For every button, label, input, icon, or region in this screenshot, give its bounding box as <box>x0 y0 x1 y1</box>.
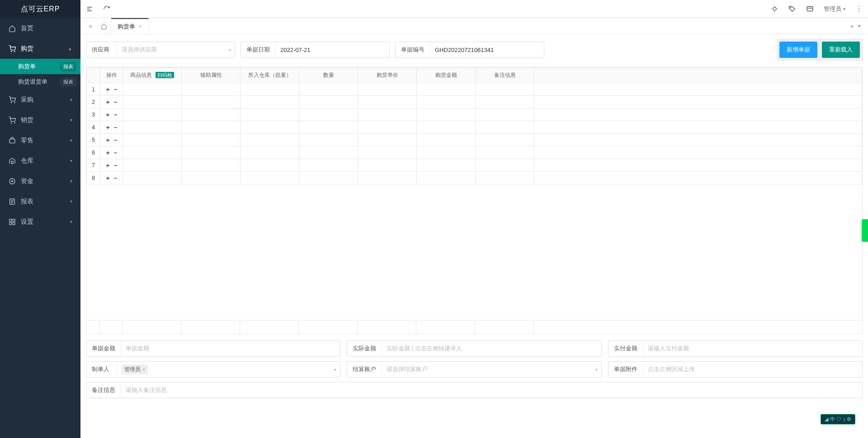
row-operate[interactable]: ＋－ <box>100 96 123 108</box>
remark-field[interactable]: 备注信息 请输入备注信息 <box>86 382 863 398</box>
cell-warehouse[interactable] <box>241 108 299 121</box>
sidebar-item-home[interactable]: 首页 <box>0 18 80 38</box>
sidebar-item-warehouse[interactable]: 仓库 ▾ <box>0 151 80 171</box>
remove-row-icon[interactable]: － <box>113 174 118 182</box>
maker-select[interactable]: 管理员 × <box>117 362 334 377</box>
cell-attr[interactable] <box>182 83 241 96</box>
remark-input[interactable]: 请输入备注信息 <box>121 382 862 398</box>
table-row[interactable]: 7＋－ <box>87 159 862 172</box>
tab-scroll-right[interactable]: » <box>850 23 854 29</box>
actual-amount-input[interactable]: 实际金额 | 点击左侧快捷录入 <box>382 341 601 356</box>
table-row[interactable]: 3＋－ <box>87 108 862 121</box>
scan-badge[interactable]: 扫码枪 <box>156 72 174 78</box>
cell-product[interactable] <box>123 146 182 159</box>
cell-amount[interactable] <box>417 121 476 134</box>
cell-product[interactable] <box>123 134 182 146</box>
cell-attr[interactable] <box>182 121 241 134</box>
cell-product[interactable] <box>123 159 182 172</box>
remove-row-icon[interactable]: － <box>113 149 118 157</box>
row-operate[interactable]: ＋－ <box>100 134 123 146</box>
cell-qty[interactable] <box>299 108 358 121</box>
cell-warehouse[interactable] <box>241 121 299 134</box>
side-handle[interactable] <box>862 219 868 242</box>
cell-warehouse[interactable] <box>241 83 299 96</box>
cell-price[interactable] <box>358 134 417 146</box>
cell-qty[interactable] <box>299 121 358 134</box>
tag-icon[interactable] <box>788 5 796 13</box>
cell-attr[interactable] <box>182 146 241 159</box>
attachment-field[interactable]: 单据附件 点击左侧区域上传 <box>608 361 863 377</box>
cell-note[interactable] <box>476 121 534 134</box>
cell-amount[interactable] <box>417 96 476 108</box>
cell-warehouse[interactable] <box>241 146 299 159</box>
cell-warehouse[interactable] <box>241 159 299 172</box>
refresh-icon[interactable] <box>103 5 110 13</box>
menu-collapse-icon[interactable] <box>86 5 93 13</box>
cell-price[interactable] <box>358 96 417 108</box>
add-row-icon[interactable]: ＋ <box>105 98 111 106</box>
date-input[interactable]: 2022-07-21 <box>276 42 389 57</box>
cell-price[interactable] <box>358 146 417 159</box>
cell-note[interactable] <box>476 96 534 108</box>
sidebar-item-purchase[interactable]: 购货 ▲ <box>0 38 80 59</box>
settle-account-field[interactable]: 结算账户 请选择结算账户 ▾ <box>347 361 601 377</box>
remove-row-icon[interactable]: － <box>113 85 118 94</box>
col-warehouse[interactable]: 所入仓库（批量） <box>241 68 299 83</box>
table-row[interactable]: 1＋－ <box>87 83 862 96</box>
add-row-icon[interactable]: ＋ <box>105 174 111 182</box>
remove-row-icon[interactable]: － <box>113 136 118 144</box>
theme-icon[interactable] <box>771 5 778 13</box>
row-operate[interactable]: ＋－ <box>100 108 123 121</box>
cell-qty[interactable] <box>299 172 358 184</box>
row-operate[interactable]: ＋－ <box>100 83 123 96</box>
cell-note[interactable] <box>476 172 534 184</box>
cell-note[interactable] <box>476 134 534 146</box>
table-row[interactable]: 5＋－ <box>87 134 862 146</box>
bill-amount-input[interactable]: 单据金额 <box>121 341 340 356</box>
report-badge[interactable]: 报表 <box>61 62 76 71</box>
cell-amount[interactable] <box>417 172 476 184</box>
reload-button[interactable]: 重新载入 <box>822 42 860 58</box>
cell-price[interactable] <box>358 83 417 96</box>
table-row[interactable]: 2＋－ <box>87 96 862 108</box>
cell-price[interactable] <box>358 172 417 184</box>
cell-product[interactable] <box>123 108 182 121</box>
billno-field[interactable]: 单据编号 GHD20220721061341 <box>395 42 544 58</box>
sidebar-item-fund[interactable]: 资金 ▾ <box>0 171 80 191</box>
cell-note[interactable] <box>476 108 534 121</box>
row-operate[interactable]: ＋－ <box>100 159 123 172</box>
tab-scroll-left[interactable]: « <box>84 18 97 34</box>
close-icon[interactable]: × <box>139 24 142 30</box>
paid-amount-input[interactable]: 请输入实付金额 <box>643 341 862 356</box>
add-row-icon[interactable]: ＋ <box>105 149 111 157</box>
cell-warehouse[interactable] <box>241 134 299 146</box>
date-field[interactable]: 单据日期 2022-07-21 <box>241 42 390 58</box>
report-badge[interactable]: 报表 <box>61 78 76 86</box>
add-row-icon[interactable]: ＋ <box>105 123 111 132</box>
billno-input[interactable]: GHD20220721061341 <box>430 42 544 57</box>
add-row-icon[interactable]: ＋ <box>105 161 111 170</box>
sidebar-item-retail[interactable]: 零售 ▾ <box>0 130 80 151</box>
tag-remove-icon[interactable]: × <box>142 367 145 372</box>
bill-amount-field[interactable]: 单据金额 单据金额 <box>86 340 340 357</box>
cell-attr[interactable] <box>182 108 241 121</box>
sidebar-item-sales[interactable]: 销货 ▾ <box>0 110 80 130</box>
cell-note[interactable] <box>476 159 534 172</box>
cell-product[interactable] <box>123 172 182 184</box>
cell-price[interactable] <box>358 159 417 172</box>
sidebar-item-procure[interactable]: 采购 ▾ <box>0 89 80 110</box>
remove-row-icon[interactable]: － <box>113 111 118 119</box>
table-row[interactable]: 4＋－ <box>87 121 862 134</box>
maker-field[interactable]: 制单人 管理员 × ▾ <box>86 361 340 377</box>
row-operate[interactable]: ＋－ <box>100 146 123 159</box>
sidebar-item-settings[interactable]: 设置 ▾ <box>0 212 80 232</box>
cell-qty[interactable] <box>299 134 358 146</box>
cell-amount[interactable] <box>417 134 476 146</box>
cell-attr[interactable] <box>182 96 241 108</box>
table-row[interactable]: 8＋－ <box>87 172 862 184</box>
tab-purchase-order[interactable]: 购货单 × <box>111 18 149 34</box>
sidebar-subitem-purchase-return[interactable]: 购货退货单 报表 <box>0 74 80 89</box>
cell-attr[interactable] <box>182 134 241 146</box>
tab-menu-icon[interactable]: ▾ <box>858 23 861 29</box>
add-row-icon[interactable]: ＋ <box>105 111 111 119</box>
